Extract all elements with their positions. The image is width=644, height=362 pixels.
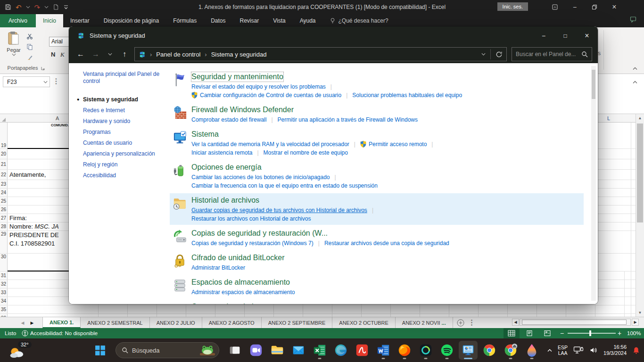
row-header-24[interactable]: 24 [0, 189, 8, 197]
row-header-23[interactable]: 23 [0, 180, 8, 188]
link-solucionar-problemas-habituales-del-equi[interactable]: Solucionar problemas habituales del equi… [352, 92, 462, 99]
cp-minimize-button[interactable]: − [533, 26, 554, 45]
up-icon[interactable]: ↑ [118, 45, 131, 63]
select-all-corner[interactable] [2, 118, 6, 122]
cell-a28[interactable]: Nombre: MSC. JA [9, 223, 69, 230]
taskbar-app-mail[interactable] [289, 341, 308, 360]
link-guardar-copias-de-seguridad-de-tus-archi[interactable]: Guardar copias de seguridad de tus archi… [191, 207, 367, 214]
weather-widget[interactable]: 32° [6, 340, 42, 360]
name-box[interactable]: F23 [3, 76, 50, 87]
sheet-tab-anexo-2-septiembre[interactable]: ANEXO 2 SEPTIEMBRE [262, 317, 333, 328]
row-header-31[interactable]: 31 [0, 272, 8, 280]
section-title-firewall[interactable]: Firewall de Windows Defender [191, 105, 294, 115]
tab-f-rmulas[interactable]: Fórmulas [166, 14, 204, 27]
clock[interactable]: 16:56 19/3/2024 [603, 344, 627, 356]
section-title-work-folders[interactable]: Carpetas de trabajo [191, 302, 258, 304]
collapse-ribbon-icon[interactable] [633, 67, 637, 70]
horizontal-scrollbar-thumb[interactable] [522, 320, 627, 325]
cell-a29-line2[interactable]: C.I. 1708582901 [9, 240, 55, 247]
notification-bell-icon[interactable] [632, 346, 640, 354]
start-button[interactable] [91, 341, 109, 360]
link-administrar-espacios-de-almacenamiento[interactable]: Administrar espacios de almacenamiento [191, 289, 295, 296]
cell-a29-line1[interactable]: PREISDENTE DE [9, 231, 69, 239]
search-icon[interactable] [581, 51, 588, 58]
cell-a19[interactable]: COMUNID. [8, 123, 69, 127]
sheet-tab-anexo-2-novii[interactable]: ANEXO 2 NOVII... [396, 317, 453, 328]
taskbar-app-chrome[interactable] [480, 341, 499, 360]
horizontal-scrollbar-track[interactable] [520, 319, 631, 326]
sidebar-item-cuentas-de-usuario[interactable]: Cuentas de usuario [83, 138, 155, 148]
taskbar-app-pdf-app[interactable] [353, 341, 372, 360]
row-header-28[interactable]: 28 [0, 222, 8, 230]
tab-inicio[interactable]: Inicio [36, 14, 63, 27]
sidebar-item-sistema-y-seguridad[interactable]: ●Sistema y seguridad [83, 94, 155, 105]
italic-button[interactable]: K [60, 51, 65, 58]
volume-icon[interactable] [589, 346, 598, 354]
taskbar-app-control-panel-app[interactable] [459, 341, 478, 360]
sheet-tab-anexo-2-julio[interactable]: ANEXO 2 JULIO [150, 317, 202, 328]
cp-scrollbar-thumb[interactable] [592, 70, 595, 99]
cell-a27[interactable]: Firma: [9, 214, 27, 222]
row-header-21[interactable]: 21 [0, 159, 8, 169]
cell-a22[interactable]: Atentamente, [9, 171, 46, 178]
tab-insertar[interactable]: Insertar [63, 14, 97, 27]
link-ver-la-cantidad-de-memoria-ram-y-la-velo[interactable]: Ver la cantidad de memoria RAM y la velo… [191, 141, 349, 148]
sidebar-item-redes-e-internet[interactable]: Redes e Internet [83, 105, 155, 116]
cp-titlebar[interactable]: Sistema y seguridad − □ × [69, 26, 598, 45]
link-comprobar-estado-del-firewall[interactable]: Comprobar estado del firewall [191, 116, 266, 123]
sheet-prev-icon[interactable]: ◀ [18, 317, 27, 328]
taskbar-app-file-explorer[interactable] [268, 341, 287, 360]
taskbar-app-task-view[interactable] [225, 341, 244, 360]
sheet-tab-anexo-1-[interactable]: ANEXO 1. [42, 317, 81, 328]
section-title-system[interactable]: Sistema [191, 130, 219, 139]
row-header-20[interactable]: 20 [0, 149, 8, 159]
taskbar-app-excel-app[interactable] [310, 341, 329, 360]
zoom-slider-thumb[interactable] [589, 330, 591, 336]
vertical-scrollbar[interactable]: ▲ ▼ [636, 114, 644, 317]
excel-minimize-button[interactable]: − [565, 0, 585, 14]
new-sheet-icon[interactable] [457, 319, 464, 328]
formula-bar-resize-handle[interactable]: ••• [55, 78, 57, 85]
column-header-l[interactable]: L [607, 114, 610, 123]
tab-ayuda[interactable]: Ayuda [293, 14, 323, 27]
address-dropdown-icon[interactable] [481, 53, 486, 56]
tab-strip-resize-handle[interactable]: ••• [471, 319, 473, 328]
ribbon-display-options-icon[interactable] [545, 0, 565, 14]
tab-disposici-n-de-p-gina[interactable]: Disposición de página [97, 14, 166, 27]
refresh-icon[interactable] [495, 51, 503, 58]
vertical-scrollbar-thumb[interactable] [637, 123, 643, 222]
clipboard-dialog-launcher-icon[interactable] [41, 66, 45, 71]
scroll-left-icon[interactable]: ◀ [512, 319, 519, 326]
sidebar-item-apariencia-y-personalizaci-n[interactable]: Apariencia y personalización [83, 148, 155, 159]
zoom-out-icon[interactable]: − [560, 328, 564, 338]
grid-row-35[interactable]: 35 [0, 305, 644, 314]
tab-revisar[interactable]: Revisar [233, 14, 266, 27]
link-administrar-bitlocker[interactable]: Administrar BitLocker [191, 264, 245, 271]
taskbar-app-spotify[interactable] [438, 341, 456, 360]
bold-button[interactable]: N [51, 51, 55, 58]
row-header-19[interactable]: 19 [0, 123, 8, 148]
link-mostrar-el-nombre-de-este-equipo[interactable]: Mostrar el nombre de este equipo [264, 149, 348, 156]
copy-icon[interactable] [26, 43, 33, 50]
taskbar-app-chrome-profile[interactable] [501, 341, 520, 360]
sidebar-item-hardware-y-sonido[interactable]: Hardware y sonido [83, 116, 155, 127]
formula-bar-collapse-icon[interactable] [633, 81, 637, 84]
section-title-bitlocker[interactable]: Cifrado de unidad BitLocker [191, 253, 284, 263]
cp-search-input[interactable] [516, 51, 581, 58]
zoom-level[interactable]: 100% [627, 328, 641, 338]
forward-icon[interactable]: → [89, 45, 103, 63]
language-indicator[interactable]: ESP LAA [558, 345, 568, 356]
sheet-next-icon[interactable]: ▶ [27, 317, 37, 328]
horizontal-scrollbar[interactable]: ◀ ▶ [512, 319, 639, 326]
sidebar-home-link[interactable]: Ventana principal del Panel de control [83, 71, 162, 85]
sidebar-item-reloj-y-regi-n[interactable]: Reloj y región [83, 159, 155, 170]
tray-chevron-up-icon[interactable] [547, 349, 552, 352]
cp-close-button[interactable]: × [576, 26, 598, 45]
row-header-27[interactable]: 27 [0, 214, 8, 222]
excel-restore-button[interactable] [585, 0, 604, 14]
sheet-tab-anexo-2-octubre[interactable]: ANEXO 2 OCTUBRE [332, 317, 396, 328]
sidebar-item-accesibilidad[interactable]: Accesibilidad [83, 170, 155, 181]
format-painter-icon[interactable] [26, 54, 33, 61]
tab-vista[interactable]: Vista [266, 14, 292, 27]
row-header-25[interactable]: 25 [0, 197, 8, 205]
